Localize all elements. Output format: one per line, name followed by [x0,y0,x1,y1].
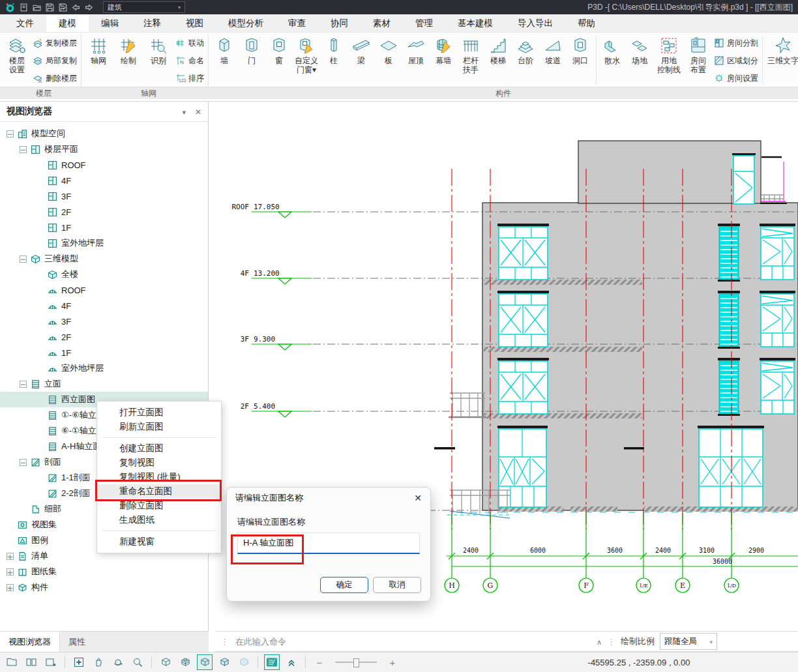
pan-button[interactable] [91,654,106,670]
tab-file[interactable]: 文件 [4,14,46,32]
tree-item-3d-model[interactable]: 三维模型 [0,251,208,267]
partial-copy-button[interactable]: 局部复制 [33,54,77,67]
collapse-icon[interactable] [7,130,14,138]
room-layout-button[interactable]: 房间 布置 [685,35,712,74]
scale-dropdown[interactable]: 跟随全局 [660,633,717,650]
door-button[interactable]: 门 [238,35,265,65]
tree-item-3d-3f[interactable]: 3F [0,314,208,329]
grid-sort-button[interactable]: 排序 [175,72,204,85]
redo-icon[interactable] [85,3,93,12]
workspace-dropdown[interactable]: 建筑 ▾ [103,1,185,13]
new-window-button[interactable] [43,654,59,670]
cancel-button[interactable]: 取消 [373,577,421,593]
menu-item-open-elevation[interactable]: 打开立面图 [97,405,221,420]
zoom-button[interactable] [130,654,145,670]
tree-item-components[interactable]: 构件 [0,579,208,595]
menu-item-generate-sheet[interactable]: 生成图纸 [97,513,221,527]
command-input[interactable] [234,636,591,647]
tab-help[interactable]: 帮助 [565,14,608,32]
expand-icon[interactable] [7,553,14,560]
window-button[interactable]: 窗 [265,35,293,65]
tree-item-sheet-set[interactable]: 图纸集 [0,564,208,579]
shaded-style-button[interactable] [216,654,232,670]
dialog-close-icon[interactable] [414,493,422,503]
collapse-icon[interactable] [20,459,27,466]
grid-link-button[interactable]: 联动 [175,37,204,50]
tree-item-3d-1f[interactable]: 1F [0,345,208,360]
menu-item-copy-view[interactable]: 复制视图 [97,456,221,470]
draw-settings-button[interactable] [264,654,280,670]
tree-item-3d-ground[interactable]: 室外地坪层 [0,360,208,376]
zoom-slider-thumb[interactable] [353,658,359,667]
zoom-extents-button[interactable] [71,654,87,670]
custom-door-window-button[interactable]: 自定义 门窗▾ [293,35,320,74]
identify-grid-button[interactable]: 识别 [143,35,173,65]
elevation-name-input[interactable]: H-A 轴立面图 [237,533,420,554]
3d-text-button[interactable]: 三维文字 [765,35,798,65]
delete-floor-button[interactable]: 删除楼层 [33,72,77,85]
ok-button[interactable]: 确定 [320,577,368,593]
tree-item-3d-4f[interactable]: 4F [0,298,208,314]
draw-grid-button[interactable]: 绘制 [113,35,143,65]
expand-icon[interactable] [7,584,14,591]
stair-button[interactable]: 楼梯 [484,35,512,65]
room-settings-button[interactable]: 房间设置 [714,72,758,85]
hidden-line-style-button[interactable] [177,654,193,670]
orbit-button[interactable] [110,654,126,670]
tree-item-plan-3f[interactable]: 3F [0,188,208,204]
expand-icon[interactable] [7,568,14,576]
realistic-style-button[interactable] [236,654,252,670]
zoom-slider[interactable] [335,662,377,663]
collapse-icon[interactable] [20,146,27,153]
tab-modeling[interactable]: 建模 [46,14,89,32]
menu-item-delete-elevation[interactable]: 删除立面图 [97,499,221,513]
chevron-up-icon[interactable] [597,635,602,647]
new-view-button[interactable] [4,654,20,670]
grid-name-button[interactable]: 命名 [175,54,204,67]
tree-item-floor-plans[interactable]: 楼层平面 [0,141,208,157]
panel-dropdown-icon[interactable] [182,106,186,117]
tree-item-plan-roof[interactable]: ROOF [0,157,208,173]
ramp-button[interactable]: 坡道 [539,35,567,65]
apron-button[interactable]: 散水 [598,35,626,65]
collapse-icon[interactable] [20,381,27,388]
site-button[interactable]: 场地 [626,35,653,65]
tree-item-plan-2f[interactable]: 2F [0,204,208,220]
tree-item-plan-1f[interactable]: 1F [0,220,208,235]
tile-views-button[interactable] [23,654,39,670]
tab-manage[interactable]: 管理 [403,14,445,32]
tree-item-plan-4f[interactable]: 4F [0,173,208,188]
open-file-icon[interactable] [33,3,41,12]
menu-item-new-viewport[interactable]: 新建视窗 [97,534,221,549]
tab-import-export[interactable]: 导入导出 [505,14,565,32]
wireframe-style-button[interactable] [158,654,173,670]
tree-item-3d-2f[interactable]: 2F [0,329,208,345]
menu-item-create-elevation[interactable]: 创建立面图 [97,441,221,456]
tab-materials[interactable]: 素材 [361,14,403,32]
collapse-icon[interactable] [20,256,27,263]
new-file-icon[interactable] [20,3,28,12]
curtain-wall-button[interactable]: 幕墙 [430,35,457,65]
dock-tab-view-browser[interactable]: 视图浏览器 [0,632,60,652]
tab-basic-modeling[interactable]: 基本建模 [445,14,505,32]
roof-button[interactable]: 屋顶 [402,35,430,65]
menu-item-copy-view-batch[interactable]: 复制视图 (批量) [97,470,221,484]
steps-button[interactable]: 台阶 [512,35,539,65]
collapse-toolbar-button[interactable] [284,654,299,670]
floor-settings-button[interactable]: 楼层 设置 [3,35,31,74]
room-split-button[interactable]: 房间分割 [714,37,758,50]
tree-item-3d-roof[interactable]: ROOF [0,282,208,298]
tab-annotate[interactable]: 注释 [131,14,173,32]
opening-button[interactable]: 洞口 [567,35,594,65]
tab-review[interactable]: 审查 [276,14,318,32]
save-as-icon[interactable] [59,3,67,12]
drag-handle-icon[interactable] [220,635,229,647]
tree-item-3d-whole[interactable]: 全楼 [0,267,208,282]
slab-button[interactable]: 板 [375,35,402,65]
tab-edit[interactable]: 编辑 [89,14,131,32]
site-boundary-button[interactable]: 用地 控制线 [653,35,685,74]
wall-button[interactable]: 墙 [211,35,238,65]
tree-item-plan-ground[interactable]: 室外地坪层 [0,235,208,251]
tree-item-elevations[interactable]: 立面 [0,376,208,392]
current-style-button[interactable] [197,654,213,670]
